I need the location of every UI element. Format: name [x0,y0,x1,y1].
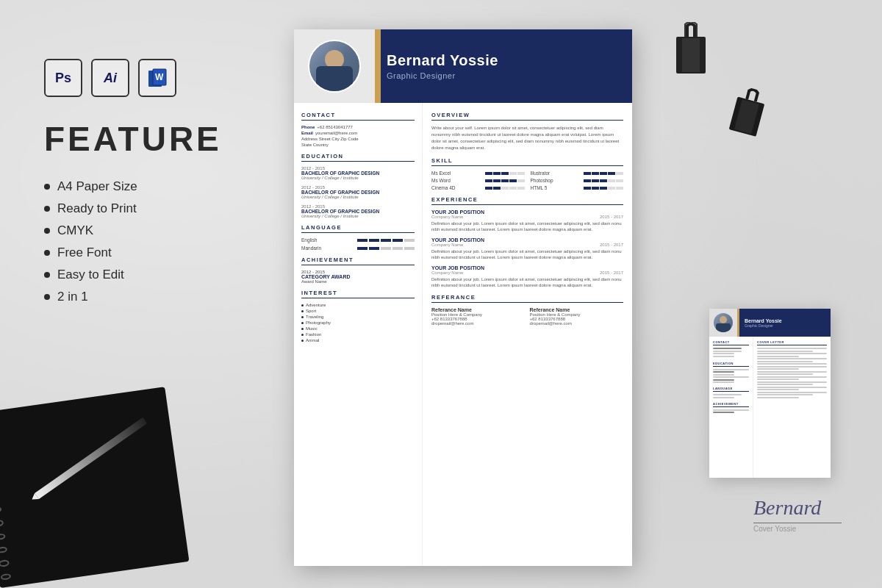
thumb-header: Bernard Yossie Graphic Designer [709,309,831,337]
contact-section-title: CONTACT [301,112,415,121]
interest-traveling: Traveling [301,315,415,319]
thumb-photo-area [709,309,737,337]
resume-document: Bernard Yossie Graphic Designer CONTACT … [294,29,632,566]
contact-phone: Phone +62 85143041777 [301,125,415,129]
skill-word: Ms Word [431,178,525,183]
skill-photoshop: Photoshop [531,178,624,183]
thumb-contact-title: CONTACT [713,340,749,345]
svg-text:W: W [155,72,164,82]
resume-left-column: CONTACT Phone +62 85143041777 Email your… [294,103,423,566]
interest-adventure: Adventure [301,303,415,307]
education-section-title: EDUCATION [301,153,415,162]
resume-thumbnail: Bernard Yossie Graphic Designer CONTACT … [709,309,831,478]
thumb-left-col: CONTACT EDUCATION LANGUAGE ACHIEVEMENT [709,337,753,478]
feature-item-2: Ready to Print [44,201,279,216]
lang-english: English [301,237,415,243]
resume-body: CONTACT Phone +62 85143041777 Email your… [294,103,632,566]
contact-address: Address Street City Zip Code [301,137,415,141]
skill-illustrator: Illustrator [531,171,624,176]
photoshop-icon: Ps [44,59,82,97]
thumb-name: Bernard Yossie [745,318,825,323]
profile-photo [308,40,361,93]
skill-section-title: SKILL [431,157,623,166]
interest-animal: Animal [301,338,415,343]
feature-item-4: Free Font [44,245,279,260]
signature-area: Bernard Cover Yossie [753,496,842,533]
signature-label: Cover Yossie [753,525,842,533]
skill-excel: Ms Excel [431,171,525,176]
exp-entry-2: YOUR JOB POSITION Company Name 2015 - 20… [431,237,623,261]
bullet-icon [44,294,50,300]
exp-entry-1: YOUR JOB POSITION Company Name 2015 - 20… [431,209,623,233]
overview-section-title: OVERVIEW [431,112,623,121]
ref-entry-1: Referance Name Position Here & Company +… [431,307,526,326]
name-area: Bernard Yossie Graphic Designer [375,29,632,103]
photo-area [294,29,375,103]
interest-fashion: Fashion [301,332,415,337]
feature-list: A4 Paper Size Ready to Print CMYK Free F… [44,179,279,304]
contact-email: Email youremail@here.com [301,131,415,135]
exp-entry-3: YOUR JOB POSITION Company Name 2015 - 20… [431,265,623,289]
bullet-icon [44,250,50,256]
thumb-section2: EDUCATION [713,362,749,367]
bullet-icon [44,184,50,190]
decorative-notebook [0,387,189,588]
referance-grid: Referance Name Position Here & Company +… [431,307,623,326]
feature-title: FEATURE [44,119,279,159]
signature-text: Bernard [753,496,821,519]
ref-entry-2: Referance Name Position Here & Company +… [530,307,624,326]
skill-grid: Ms Excel Illustrator Ms Word [431,171,623,190]
resume-job-title: Graphic Designer [387,71,620,80]
achievement-entry: 2012 - 2015 CATEGORY AWARD Award Name [301,270,415,284]
lang-mandarin: Mandarin [301,245,415,251]
thumb-profile-photo [714,313,733,332]
interest-sport: Sport [301,309,415,313]
resume-name: Bernard Yossie [387,52,620,69]
skill-cinema4d: Cinema 4D [431,185,525,190]
binder-clip-1 [669,22,713,81]
word-icon: W [138,59,176,97]
resume-header: Bernard Yossie Graphic Designer [294,29,632,103]
thumb-section3: LANGUAGE [713,387,749,392]
interest-section-title: INTEREST [301,290,415,298]
edu-entry-2: 2012 - 2015 BACHELOR OF GRAPHIC DESIGN U… [301,185,415,199]
experience-section-title: EXPERIENCE [431,196,623,205]
feature-item-3: CMYK [44,223,279,238]
thumb-section4: ACHIEVEMENT [713,402,749,407]
achievement-section-title: ACHIEVEMENT [301,257,415,265]
thumb-cover-title: COVER LETTER [757,340,827,345]
interest-photography: Photography [301,320,415,325]
overview-text: Write about your self. Lorem ipsum dolor… [431,125,623,151]
edu-entry-1: 2012 - 2015 BACHELOR OF GRAPHIC DESIGN U… [301,166,415,180]
binder-clip-2 [722,84,774,144]
feature-item-6: 2 in 1 [44,290,279,304]
feature-item-1: A4 Paper Size [44,179,279,194]
bullet-icon [44,206,50,212]
software-icons: Ps Ai W [44,59,279,97]
referance-section-title: REFERANCE [431,294,623,303]
left-panel: Ps Ai W FEATURE A4 Paper Size Ready to P… [44,59,279,304]
thumb-body: CONTACT EDUCATION LANGUAGE ACHIEVEMENT C… [709,337,831,478]
language-section-title: LANGUAGE [301,224,415,233]
interest-list: Adventure Sport Traveling Photography Mu… [301,303,415,343]
bullet-icon [44,272,50,278]
contact-country: State Country [301,143,415,147]
interest-music: Music [301,326,415,331]
thumb-right-col: COVER LETTER [753,337,831,478]
feature-item-5: Easy to Edit [44,268,279,282]
svg-rect-4 [682,38,700,72]
bullet-icon [44,228,50,234]
edu-entry-3: 2012 - 2015 BACHELOR OF GRAPHIC DESIGN U… [301,204,415,218]
resume-right-column: OVERVIEW Write about your self. Lorem ip… [423,103,632,566]
skill-html5: HTML 5 [531,185,624,190]
thumb-name-area: Bernard Yossie Graphic Designer [739,309,831,337]
illustrator-icon: Ai [91,59,129,97]
thumb-job-title: Graphic Designer [745,323,825,328]
